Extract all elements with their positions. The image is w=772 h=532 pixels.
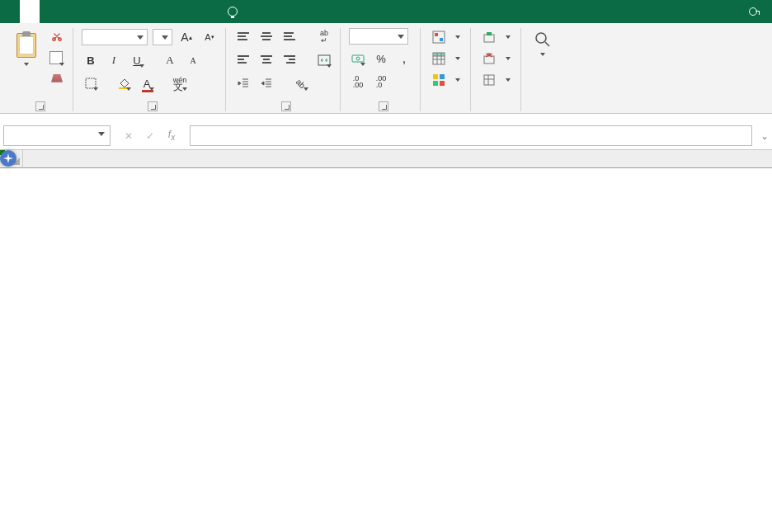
svg-rect-3	[352, 55, 364, 62]
accept-formula-button[interactable]: ✓	[140, 126, 160, 146]
cells-group-label	[479, 108, 514, 111]
outdent-icon	[238, 78, 249, 89]
decrease-indent-button[interactable]	[234, 74, 252, 92]
borders-button[interactable]	[82, 74, 100, 92]
menu-bar	[0, 0, 772, 23]
comma-button[interactable]: ,	[395, 49, 413, 68]
menu-view[interactable]	[139, 0, 158, 23]
align-top-icon	[238, 32, 249, 42]
font-launcher[interactable]	[148, 101, 158, 111]
svg-rect-13	[440, 81, 445, 86]
format-cells-button[interactable]	[479, 71, 514, 89]
cancel-formula-button[interactable]: ✕	[119, 126, 139, 146]
chevron-down-icon	[137, 35, 144, 40]
table-format-icon	[432, 52, 445, 65]
format-painter-button[interactable]	[48, 71, 66, 89]
number-format-select[interactable]	[349, 28, 408, 45]
wrap-text-button[interactable]: ab↵	[315, 28, 333, 46]
delete-cells-button[interactable]	[479, 49, 514, 68]
increase-decimal-button[interactable]: .0.00	[349, 73, 367, 91]
italic-button[interactable]: I	[105, 51, 123, 69]
ribbon-group-cells	[473, 28, 521, 111]
column-headers	[23, 150, 772, 168]
phonetic-button[interactable]: wén文	[171, 74, 189, 92]
orientation-button[interactable]: ab	[292, 74, 310, 92]
chevron-down-icon	[455, 35, 460, 39]
chevron-down-icon: ⌄	[760, 130, 769, 142]
percent-button[interactable]: %	[372, 49, 390, 68]
svg-rect-14	[484, 35, 494, 42]
share-button[interactable]	[737, 0, 772, 23]
currency-button[interactable]	[349, 49, 367, 68]
menu-dev[interactable]	[158, 0, 178, 23]
wrap-icon: ab↵	[320, 30, 328, 45]
align-top-button[interactable]	[234, 28, 252, 46]
table-format-button[interactable]	[429, 49, 464, 68]
ribbon-group-clipboard	[3, 28, 73, 111]
format-icon	[482, 73, 496, 87]
svg-rect-15	[487, 32, 492, 35]
chevron-down-icon	[506, 35, 511, 39]
expand-formula-bar[interactable]: ⌄	[757, 122, 772, 149]
grow-font-button[interactable]: A▴	[177, 28, 195, 46]
alignment-launcher[interactable]	[281, 101, 291, 111]
menu-data[interactable]	[99, 0, 119, 23]
menu-tellme[interactable]	[218, 0, 251, 23]
bold-button[interactable]: B	[82, 51, 100, 69]
insert-function-button[interactable]: fx	[162, 126, 181, 146]
menu-help[interactable]	[178, 0, 198, 23]
svg-rect-12	[433, 81, 438, 86]
align-right-icon	[284, 55, 295, 65]
scissors-icon	[51, 31, 63, 43]
editing-group-label	[530, 98, 556, 111]
comma-icon: ,	[402, 51, 406, 66]
font-color-button[interactable]: A	[138, 74, 156, 92]
font-name-select[interactable]	[82, 29, 148, 45]
decrease-font-button[interactable]: A	[184, 51, 202, 69]
fill-color-button[interactable]	[115, 74, 133, 92]
clipboard-launcher[interactable]	[35, 101, 45, 111]
inc-decimal-icon: .0.00	[353, 75, 364, 88]
number-launcher[interactable]	[379, 101, 388, 111]
copy-button[interactable]	[48, 49, 66, 68]
align-left-button[interactable]	[234, 51, 252, 69]
menu-start[interactable]	[20, 0, 40, 23]
underline-button[interactable]: U	[128, 51, 146, 69]
shrink-font-button[interactable]: A▾	[200, 28, 219, 46]
share-icon	[749, 7, 757, 16]
styles-group-label	[429, 108, 464, 111]
increase-indent-button[interactable]	[257, 74, 275, 92]
align-right-button[interactable]	[280, 51, 299, 69]
menu-layout[interactable]	[59, 0, 79, 23]
align-center-button[interactable]	[257, 51, 275, 69]
align-bottom-icon	[284, 32, 295, 42]
increase-font-button[interactable]: A	[161, 51, 179, 69]
svg-rect-9	[433, 53, 445, 56]
merge-cells-button[interactable]	[315, 51, 333, 69]
menu-file[interactable]	[0, 0, 20, 23]
delete-icon	[482, 52, 496, 65]
menu-insert[interactable]	[40, 0, 59, 23]
font-size-select[interactable]	[153, 29, 172, 45]
ribbon-group-font: A▴ A▾ B I U A A	[75, 28, 226, 111]
menu-features[interactable]	[198, 0, 218, 23]
cell-styles-icon	[432, 73, 445, 87]
menu-review[interactable]	[119, 0, 139, 23]
align-middle-button[interactable]	[257, 28, 275, 46]
svg-point-4	[356, 57, 360, 60]
bulb-icon	[228, 7, 238, 16]
formula-input[interactable]	[190, 125, 752, 146]
conditional-format-button[interactable]	[429, 28, 464, 46]
find-button[interactable]	[530, 28, 556, 58]
menu-formula[interactable]	[79, 0, 99, 23]
insert-cells-button[interactable]	[479, 28, 514, 46]
align-bottom-button[interactable]	[280, 28, 299, 46]
chevron-down-icon	[398, 35, 404, 39]
spreadsheet-grid	[0, 150, 772, 530]
decrease-decimal-button[interactable]: .00.0	[372, 73, 390, 91]
name-box[interactable]	[3, 125, 111, 146]
chevron-down-icon	[506, 57, 511, 60]
paste-button[interactable]	[10, 28, 43, 68]
cut-button[interactable]	[48, 28, 66, 46]
cell-styles-button[interactable]	[429, 71, 464, 89]
